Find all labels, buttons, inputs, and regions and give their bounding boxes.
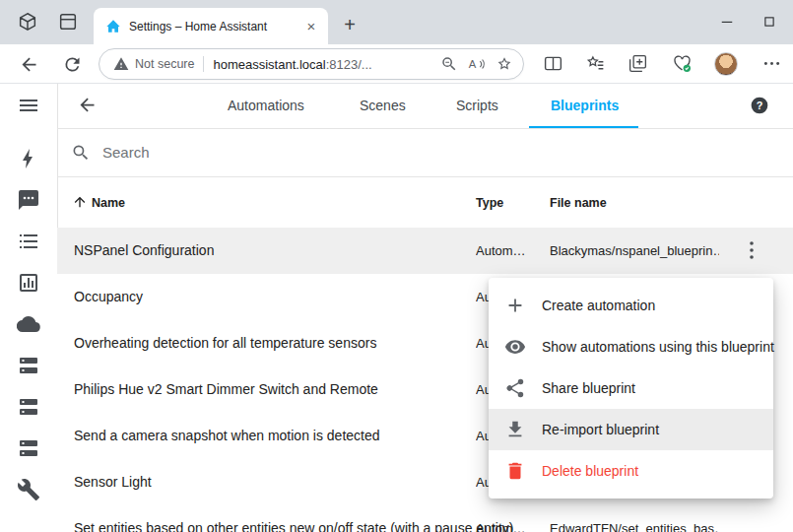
menu-item-delete-blueprint[interactable]: Delete blueprint — [489, 450, 773, 492]
ha-sidebar — [0, 84, 58, 532]
share-icon — [504, 377, 526, 399]
table-row-nspanel[interactable]: NSPanel Configuration Autom… Blackymas/n… — [57, 228, 793, 275]
history-icon[interactable] — [17, 271, 40, 295]
cloud-icon[interactable] — [17, 312, 40, 336]
blueprint-name: Philips Hue v2 Smart Dimmer Switch and R… — [74, 381, 378, 397]
blueprint-name: Send a camera snapshot when motion is de… — [74, 428, 380, 443]
browser-tab[interactable]: Settings – Home Assistant × — [94, 8, 328, 44]
window-maximize-button[interactable] — [760, 13, 778, 31]
search-row — [57, 128, 793, 177]
column-header-type[interactable]: Type — [476, 196, 503, 210]
browser-refresh-button[interactable] — [62, 54, 83, 75]
logbook-icon[interactable] — [17, 230, 40, 253]
split-screen-icon[interactable] — [543, 53, 563, 74]
energy-icon[interactable] — [17, 147, 40, 170]
sidebar-menu-icon[interactable] — [17, 94, 40, 117]
tab-close-icon[interactable]: × — [302, 18, 320, 35]
home-assistant-favicon — [105, 19, 121, 34]
blueprint-name: NSPanel Configuration — [74, 242, 214, 258]
server-icon[interactable] — [17, 395, 40, 419]
blueprint-type: Autom… — [476, 521, 535, 532]
blueprint-file: Blackymas/nspanel_blueprin… — [550, 243, 719, 258]
tab-actions-icon[interactable] — [57, 11, 79, 33]
assist-icon[interactable] — [17, 188, 40, 212]
browser-essentials-icon[interactable] — [672, 53, 693, 74]
tab-scripts[interactable]: Scripts — [456, 98, 498, 113]
developer-tools-icon[interactable] — [17, 478, 40, 501]
workspaces-icon[interactable] — [17, 11, 38, 33]
url-host: homeassistant.local — [213, 57, 325, 72]
address-bar[interactable]: Not secure homeassistant.local :8123/...… — [99, 48, 524, 80]
not-secure-warning-icon — [113, 56, 129, 72]
menu-item-label: Create automation — [542, 298, 655, 313]
menu-item-label: Share blueprint — [542, 380, 635, 396]
ha-header: Automations Scenes Scripts Blueprints ? — [57, 84, 793, 129]
url-path: :8123/... — [326, 57, 372, 72]
menu-item-label: Re-import blueprint — [542, 422, 659, 437]
trash-icon — [504, 460, 526, 482]
menu-item-show-automations[interactable]: Show automations using this blueprint — [489, 326, 773, 367]
blueprint-context-menu: Create automation Show automations using… — [489, 278, 773, 499]
new-tab-button[interactable]: + — [340, 14, 360, 36]
blueprint-name: Overheating detection for all temperatur… — [74, 335, 376, 351]
plus-icon — [504, 295, 526, 316]
profile-avatar[interactable] — [714, 52, 738, 76]
blueprint-type: Autom… — [476, 243, 535, 258]
import-icon — [504, 419, 526, 440]
blueprint-name: Sensor Light — [74, 474, 152, 490]
read-aloud-icon[interactable]: A — [468, 55, 486, 73]
menu-item-label: Show automations using this blueprint — [542, 339, 774, 355]
bookmark-star-icon[interactable] — [496, 55, 513, 73]
server-icon[interactable] — [17, 436, 40, 460]
row-overflow-menu-icon[interactable] — [740, 238, 763, 262]
svg-text:?: ? — [757, 100, 763, 111]
svg-text:A: A — [469, 58, 477, 70]
search-input[interactable] — [100, 143, 420, 162]
collections-icon[interactable] — [628, 53, 648, 74]
window-minimize-button[interactable] — [718, 13, 736, 31]
table-row[interactable]: Set entities based on other entities new… — [57, 505, 793, 532]
screen: Settings – Home Assistant × + Not secure… — [0, 0, 793, 532]
server-icon[interactable] — [17, 354, 40, 377]
address-divider — [203, 56, 204, 72]
tab-scenes[interactable]: Scenes — [360, 98, 406, 113]
help-icon[interactable]: ? — [750, 96, 769, 115]
search-icon — [71, 143, 91, 163]
blueprint-file: EdwardTFN/set_entities_bas… — [550, 521, 719, 532]
blueprint-name: Set entities based on other entities new… — [74, 520, 513, 532]
tab-automations[interactable]: Automations — [228, 98, 304, 113]
tab-title: Settings – Home Assistant — [129, 20, 295, 33]
eye-icon — [504, 336, 526, 358]
sort-ascending-icon — [72, 194, 88, 210]
browser-back-button[interactable] — [19, 54, 39, 75]
menu-item-share-blueprint[interactable]: Share blueprint — [489, 367, 773, 409]
table-header: Name Type File name — [57, 177, 793, 229]
browser-titlebar: Settings – Home Assistant × + — [0, 0, 793, 44]
menu-item-create-automation[interactable]: Create automation — [489, 285, 773, 326]
blueprint-name: Occupancy — [74, 289, 143, 304]
menu-item-reimport-blueprint[interactable]: Re-import blueprint — [489, 409, 773, 450]
menu-item-label: Delete blueprint — [542, 463, 638, 479]
favorites-icon[interactable] — [585, 53, 606, 74]
tab-blueprints[interactable]: Blueprints — [551, 98, 619, 113]
column-header-name[interactable]: Name — [92, 196, 125, 210]
browser-menu-icon[interactable] — [761, 53, 782, 74]
zoom-out-icon[interactable] — [440, 55, 458, 73]
column-header-file[interactable]: File name — [550, 196, 607, 210]
browser-toolbar: Not secure homeassistant.local :8123/...… — [0, 44, 793, 84]
security-status-label[interactable]: Not secure — [135, 57, 194, 71]
ha-back-button[interactable] — [77, 95, 98, 115]
